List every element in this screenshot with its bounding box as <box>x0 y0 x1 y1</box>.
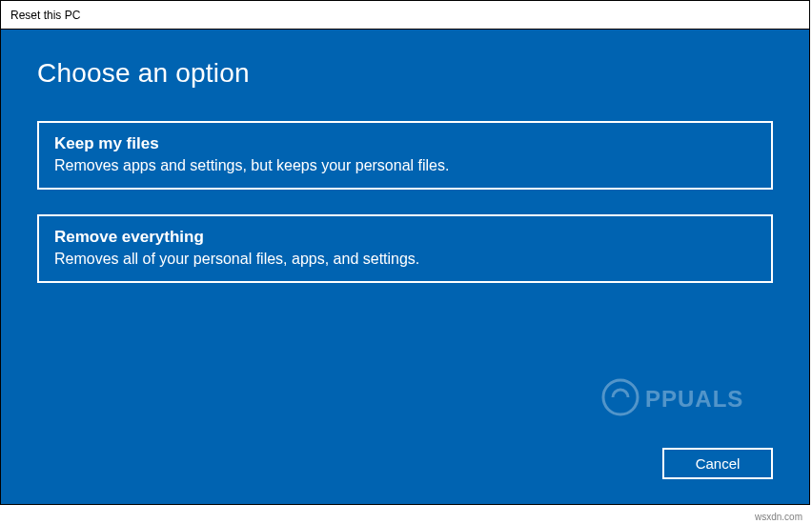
titlebar: Reset this PC <box>1 1 809 30</box>
watermark-logo: PPUALS <box>599 369 771 430</box>
option-keep-my-files[interactable]: Keep my files Removes apps and settings,… <box>37 121 773 190</box>
option-remove-everything[interactable]: Remove everything Removes all of your pe… <box>37 214 773 283</box>
option-title: Remove everything <box>54 228 756 247</box>
svg-point-0 <box>603 380 638 414</box>
page-heading: Choose an option <box>37 58 773 89</box>
site-credit: wsxdn.com <box>755 512 802 522</box>
cancel-button[interactable]: Cancel <box>662 448 773 479</box>
option-title: Keep my files <box>54 134 756 153</box>
content-area: Choose an option Keep my files Removes a… <box>1 30 809 504</box>
reset-pc-window: Reset this PC Choose an option Keep my f… <box>0 0 810 505</box>
svg-text:PPUALS: PPUALS <box>645 386 743 412</box>
option-description: Removes apps and settings, but keeps you… <box>54 157 756 174</box>
option-description: Removes all of your personal files, apps… <box>54 251 756 268</box>
window-title: Reset this PC <box>10 9 80 22</box>
